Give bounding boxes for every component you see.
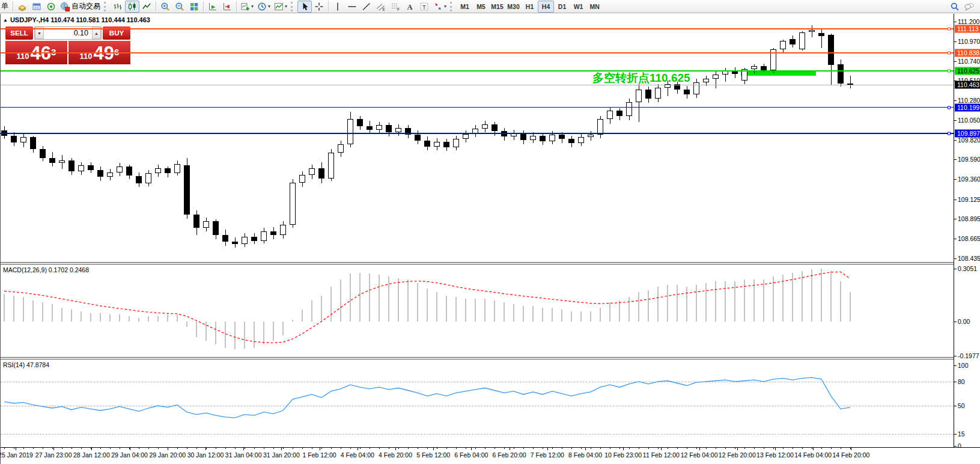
zoom-in-button[interactable] [158, 1, 172, 13]
line-handle[interactable] [948, 132, 951, 135]
axis-tick-label: 0.3051 [958, 265, 977, 272]
market-watch-button[interactable] [29, 1, 44, 13]
search-button[interactable] [948, 1, 962, 13]
candlestick-chart-button[interactable] [125, 1, 139, 13]
price-axis[interactable]: 111.200110.970110.740110.510110.280110.0… [954, 14, 980, 447]
time-minor-tick [831, 448, 832, 449]
axis-tick-label: 110.970 [958, 38, 980, 45]
tile-windows-button[interactable] [187, 1, 201, 13]
time-minor-tick [591, 448, 591, 449]
new-order-button[interactable] [15, 1, 29, 13]
indicators-list-icon [274, 2, 284, 11]
main-chart-panel[interactable]: ▲USDJPY-,H4 110.474 110.581 110.444 110.… [1, 14, 954, 262]
line-handle[interactable] [948, 106, 951, 109]
timeframe-m15[interactable]: M15 [489, 1, 505, 13]
axis-tick-label: 108.435 [958, 255, 980, 262]
time-minor-tick [225, 448, 226, 449]
text-label-button[interactable]: T [417, 1, 431, 13]
timeframe-h1[interactable]: H1 [522, 1, 538, 13]
indicators-list-button[interactable]: ▾ [272, 1, 289, 13]
mt4-terminal: 单 自动交易▾▾▾EFAT▾M1M5M15M30H1H4D1W1MN ▲USDJ… [0, 0, 980, 464]
time-minor-tick [158, 448, 159, 449]
timeframe-mn[interactable]: MN [586, 1, 603, 13]
line-handle[interactable] [948, 28, 951, 31]
timeframe-h4[interactable]: H4 [538, 1, 554, 13]
trendline-button[interactable] [359, 1, 374, 13]
time-major-tick [16, 448, 16, 450]
toolbar-grip[interactable] [291, 2, 294, 11]
horizontal-line-object[interactable] [1, 70, 954, 72]
rsi-line [1, 359, 954, 447]
time-minor-tick [648, 448, 649, 449]
candle [434, 142, 440, 147]
candle [386, 125, 392, 132]
chart-shift-button[interactable] [220, 1, 234, 13]
time-minor-tick [466, 448, 466, 449]
line-handle[interactable] [948, 69, 951, 72]
time-minor-tick [370, 448, 370, 449]
timeframe-m1[interactable]: M1 [457, 1, 473, 13]
time-minor-tick [677, 448, 678, 449]
pivot-annotation[interactable]: 多空转折点110.625 [592, 70, 690, 86]
timeframe-d1[interactable]: D1 [554, 1, 570, 13]
horizontal-line-object[interactable] [1, 52, 954, 53]
time-label: 7 Feb 12:00 [531, 451, 564, 459]
time-minor-tick [543, 448, 543, 449]
auto-scroll-button[interactable] [205, 1, 220, 13]
candle [309, 168, 315, 175]
time-major-tick [395, 448, 396, 450]
fibonacci-button[interactable]: F [388, 1, 403, 13]
profiles-button[interactable]: ▾ [255, 1, 272, 13]
horizontal-line-object[interactable] [1, 28, 954, 29]
symbol-ohlc-text: USDJPY-,H4 110.474 110.581 110.444 110.4… [10, 16, 150, 23]
zoom-out-button[interactable] [172, 1, 187, 13]
timeframe-w1[interactable]: W1 [570, 1, 586, 13]
axis-tick-label: 110.740 [958, 58, 980, 65]
toolbar-grip[interactable] [450, 2, 454, 11]
candle [232, 242, 238, 244]
candle [703, 79, 709, 82]
toolbar-grip[interactable] [104, 2, 108, 11]
candle [828, 35, 834, 65]
time-minor-tick [148, 448, 149, 449]
horizontal-line-button[interactable] [345, 1, 359, 13]
timeframe-m30[interactable]: M30 [505, 1, 522, 13]
axis-tick [954, 41, 957, 42]
time-major-tick [53, 448, 54, 450]
macd-panel[interactable]: MACD(12,26,9) 0.1702 0.2468 [1, 264, 954, 357]
candle [357, 119, 363, 126]
chart-window: ▲USDJPY-,H4 110.474 110.581 110.444 110.… [0, 14, 980, 464]
collapse-icon[interactable]: ▲ [3, 17, 8, 23]
time-major-tick [510, 448, 510, 450]
navigator-button[interactable] [44, 1, 58, 13]
time-minor-tick [110, 448, 111, 449]
timeframe-m5[interactable]: M5 [473, 1, 489, 13]
horizontal-line-object[interactable] [1, 133, 954, 134]
equidistant-channel-button[interactable]: E [374, 1, 388, 13]
autotrading-button[interactable]: 自动交易 [58, 1, 102, 13]
time-minor-tick [43, 448, 43, 449]
time-minor-tick [639, 448, 639, 449]
svg-text:F: F [397, 7, 400, 11]
new-order-partial-label[interactable]: 单 [1, 1, 11, 11]
time-minor-tick [802, 448, 803, 449]
new-chart-button[interactable]: ▾ [239, 1, 255, 13]
svg-text:E: E [383, 7, 386, 11]
line-chart-button[interactable] [139, 1, 154, 13]
bar-chart-button[interactable] [111, 1, 125, 13]
vertical-line-button[interactable] [330, 1, 345, 13]
axis-tick-label: 110.050 [958, 117, 980, 124]
time-minor-tick [446, 448, 447, 449]
line-handle[interactable] [948, 51, 951, 54]
horizontal-line-object[interactable] [1, 107, 954, 108]
arrows-button[interactable]: ▾ [431, 1, 448, 13]
crosshair-button[interactable] [312, 1, 326, 13]
cursor-button[interactable] [297, 1, 312, 13]
svg-text:T: T [422, 3, 426, 10]
chat-button[interactable] [962, 1, 976, 13]
candle [270, 231, 276, 235]
time-axis[interactable]: 25 Jan 201927 Jan 23:0028 Jan 12:0029 Ja… [1, 447, 980, 464]
rsi-panel[interactable]: RSI(14) 47.8784 [1, 359, 954, 447]
candle [684, 90, 690, 95]
text-button[interactable]: A [403, 1, 417, 13]
